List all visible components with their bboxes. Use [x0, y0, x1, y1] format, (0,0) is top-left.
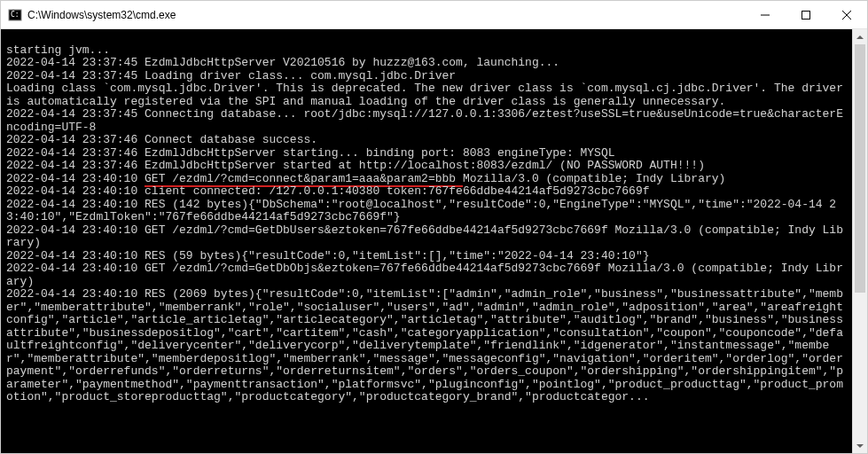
console-line: Mozilla/3.0 (compatible; Indy Library) — [463, 172, 725, 185]
svg-marker-6 — [856, 35, 864, 39]
console-line: 2022-04-14 23:40:10 client connected: /1… — [6, 184, 650, 198]
console-output[interactable]: starting jvm... 2022-04-14 23:37:45 Ezdm… — [1, 29, 852, 453]
maximize-button[interactable] — [786, 1, 826, 28]
minimize-button[interactable] — [745, 1, 786, 28]
svg-rect-3 — [802, 11, 810, 19]
scrollbar-thumb[interactable] — [855, 44, 865, 293]
close-button[interactable] — [826, 1, 867, 28]
console-line: 2022-04-14 23:37:46 EzdmlJdbcHttpServer … — [6, 146, 615, 160]
scroll-down-button[interactable] — [853, 438, 867, 453]
console-line: 2022-04-14 23:37:45 Connecting database.… — [6, 107, 843, 134]
console-line: 2022-04-14 23:37:45 Loading driver class… — [6, 69, 456, 82]
scroll-up-button[interactable] — [853, 29, 867, 44]
svg-marker-7 — [856, 444, 864, 448]
vertical-scrollbar[interactable] — [852, 29, 867, 453]
console-line: 2022-04-14 23:40:10 GET /ezdml/?cmd=GetD… — [6, 262, 843, 288]
window-controls — [745, 1, 867, 28]
console-line: 2022-04-14 23:37:46 Connect database suc… — [6, 133, 317, 146]
console-wrap: starting jvm... 2022-04-14 23:37:45 Ezdm… — [1, 29, 867, 453]
console-line: starting jvm... — [6, 43, 110, 57]
console-line: 2022-04-14 23:40:10 GET /ezdml/?cmd=GetD… — [6, 223, 843, 250]
console-line: 2022-04-14 23:40:10 RES (59 bytes){"resu… — [6, 249, 650, 262]
console-line: 2022-04-14 23:40:10 — [6, 172, 145, 185]
cmd-window: C: C:\Windows\system32\cmd.exe starting … — [0, 0, 868, 454]
cmd-icon: C: — [8, 8, 22, 22]
console-line: 2022-04-14 23:40:10 RES (2069 bytes){"re… — [6, 287, 843, 403]
titlebar: C: C:\Windows\system32\cmd.exe — [1, 1, 867, 29]
window-title: C:\Windows\system32\cmd.exe — [27, 9, 745, 21]
console-line: 2022-04-14 23:40:10 RES (142 bytes){"DbS… — [6, 198, 836, 224]
console-line: 2022-04-14 23:37:46 EzdmlJdbcHttpServer … — [6, 159, 705, 172]
svg-text:C:: C: — [11, 11, 20, 19]
console-line: 2022-04-14 23:37:45 EzdmlJdbcHttpServer … — [6, 56, 559, 69]
console-line: Loading class `com.mysql.jdbc.Driver'. T… — [6, 82, 850, 108]
